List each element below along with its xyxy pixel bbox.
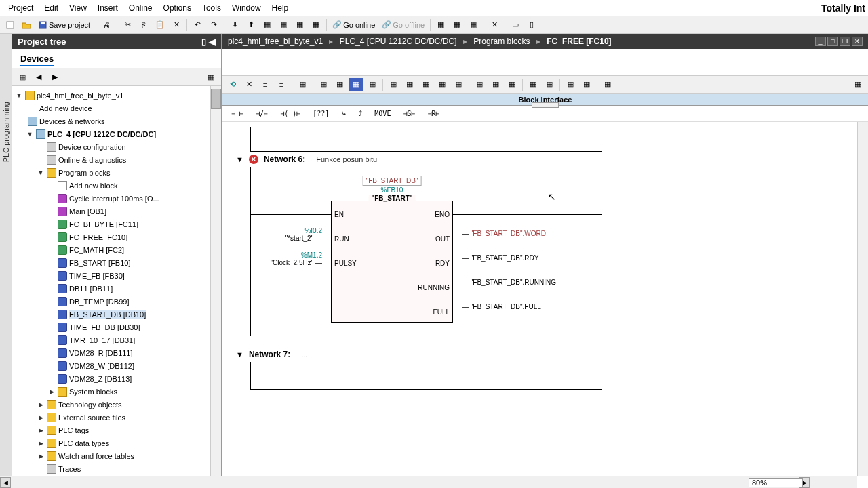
tool-icon-1[interactable]: ▦ (433, 18, 448, 32)
tree-root[interactable]: ▼ plc4_hmi_free_bi_byte_v1 (12, 89, 221, 102)
paste-icon[interactable]: 📋 (153, 18, 167, 32)
ladder-branch-open[interactable]: ⤷ (338, 108, 350, 119)
tree-pin-icon[interactable]: ◀ (209, 37, 216, 47)
pin-val[interactable]: "FB_START_DB".RUNNING (471, 279, 556, 286)
ed-tool-7[interactable]: ▦ (332, 78, 347, 92)
tree-add-device[interactable]: Add new device (12, 102, 221, 115)
go-online-button[interactable]: 🔗 Go online (330, 20, 378, 29)
editor-vscroll[interactable] (857, 122, 868, 476)
tree-block-3[interactable]: FC_FREE [FC10] (12, 230, 221, 243)
tree-traces[interactable]: Traces (12, 462, 221, 475)
open-project-icon[interactable] (19, 18, 34, 32)
stop-icon[interactable]: ▦ (309, 18, 323, 32)
toggle-icon[interactable]: ▶ (47, 388, 56, 396)
ed-tool-16[interactable]: ▦ (488, 78, 503, 92)
network-toggle[interactable]: ▼ (236, 155, 243, 163)
ed-tool-11[interactable]: ▦ (402, 78, 417, 92)
tree-block-6[interactable]: TIME_FB [FB30] (12, 269, 221, 282)
menu-online[interactable]: Online (123, 1, 158, 16)
menu-tools[interactable]: Tools (197, 1, 226, 16)
tree-device-config[interactable]: Device configuration (12, 140, 221, 153)
bc-block[interactable]: FC_FREE [FC10] (547, 37, 611, 46)
close-button[interactable]: ✕ (852, 37, 863, 46)
network-title[interactable]: Network 7: (249, 350, 290, 359)
tree-block-14[interactable]: VDM28_Z [DB113] (12, 372, 221, 385)
ed-tool-21[interactable]: ▦ (579, 78, 594, 92)
ed-tool-17[interactable]: ▦ (505, 78, 519, 92)
menu-project[interactable]: Project (3, 1, 39, 16)
close-conn-icon[interactable]: ✕ (487, 18, 502, 32)
tree-devices-networks[interactable]: Devices & networks (12, 115, 221, 127)
tool-icon-2[interactable]: ▦ (450, 18, 465, 32)
tree-tech-objects[interactable]: ▶ Technology objects (12, 398, 221, 411)
ed-tool-19[interactable]: ▦ (542, 78, 557, 92)
network-toggle[interactable]: ▼ (236, 350, 243, 359)
ed-tool-6[interactable]: ▦ (316, 78, 331, 92)
bc-folder[interactable]: Program blocks (473, 37, 530, 46)
tree-tool-1[interactable]: ▦ (15, 70, 30, 84)
tree-collapse-icon[interactable]: ▯ (201, 37, 206, 47)
ladder-coil[interactable]: ⊣( )⊢ (277, 108, 304, 119)
ladder-area-6[interactable]: "FB_START_DB" %FB10 "FB_START" EN ENO %I… (250, 167, 854, 336)
side-tab[interactable]: PLC programming (0, 34, 12, 488)
fb-instance-label[interactable]: "FB_START_DB" (363, 176, 422, 186)
ed-tool-5[interactable]: ▦ (295, 78, 310, 92)
toggle-icon[interactable]: ▼ (37, 169, 45, 177)
tree-plc-types[interactable]: ▶ PLC data types (12, 436, 221, 449)
toggle-icon[interactable]: ▼ (15, 92, 23, 100)
pin-tag[interactable]: "*start_2" (285, 235, 314, 242)
pin-val[interactable]: "FB_START_DB".FULL (471, 303, 541, 310)
upload-icon[interactable]: ⬆ (243, 18, 258, 32)
ed-tool-20[interactable]: ▦ (563, 78, 578, 92)
tree-block-5[interactable]: FB_START [FB10] (12, 256, 221, 269)
ed-tool-14[interactable]: ▦ (451, 78, 466, 92)
splitter-handle[interactable] (532, 102, 559, 108)
bc-plc[interactable]: PLC_4 [CPU 1212C DC/DC/DC] (340, 37, 457, 46)
toggle-icon[interactable]: ▶ (37, 439, 45, 447)
ed-tool-12[interactable]: ▦ (418, 78, 433, 92)
tree-ext-sources[interactable]: ▶ External source files (12, 411, 221, 424)
split-v-icon[interactable]: ▯ (524, 18, 539, 32)
ed-tool-15[interactable]: ▦ (472, 78, 487, 92)
ed-tool-1[interactable]: ⟲ (225, 78, 240, 92)
menu-window[interactable]: Window (226, 1, 267, 16)
restore-button[interactable]: ❐ (840, 37, 850, 46)
tree-plc-node[interactable]: ▼ PLC_4 [CPU 1212C DC/DC/DC] (12, 127, 221, 140)
tree-watch-tables[interactable]: ▶ Watch and force tables (12, 449, 221, 462)
ed-tool-4[interactable]: ≡ (274, 78, 289, 92)
tree-block-13[interactable]: VDM28_W [DB112] (12, 359, 221, 372)
ladder-nc-contact[interactable]: ⊣/⊢ (252, 108, 271, 119)
editor-hscroll[interactable]: ◀ ▶ (0, 476, 857, 488)
ed-tool-3[interactable]: ≡ (258, 78, 273, 92)
toggle-icon[interactable]: ▶ (37, 426, 45, 434)
tree-scrollbar[interactable] (210, 86, 221, 488)
menu-options[interactable]: Options (158, 1, 197, 16)
pin-val[interactable]: "FB_START_DB".RDY (471, 254, 539, 262)
tree-system-blocks[interactable]: ▶ System blocks (12, 385, 221, 398)
ed-tool-right[interactable]: ▦ (850, 78, 865, 92)
start-icon[interactable]: ▦ (292, 18, 307, 32)
menu-view[interactable]: View (64, 1, 92, 16)
tree-block-8[interactable]: DB_TEMP [DB99] (12, 295, 221, 308)
pin-tag[interactable]: "Clock_2.5Hz" (270, 259, 313, 266)
toggle-icon[interactable]: ▶ (37, 452, 45, 460)
ed-tool-18[interactable]: ▦ (526, 78, 540, 92)
menu-edit[interactable]: Edit (39, 1, 64, 16)
tree-nav-back[interactable]: ◀ (31, 70, 46, 84)
tree-nav-fwd[interactable]: ▶ (47, 70, 62, 84)
tree-block-11[interactable]: TMR_10_17 [DB31] (12, 333, 221, 346)
ed-tool-8[interactable]: ▦ (349, 78, 363, 92)
tree-program-blocks[interactable]: ▼ Program blocks (12, 166, 221, 179)
maximize-button[interactable]: □ (827, 37, 838, 46)
print-icon[interactable]: 🖨 (99, 18, 114, 32)
go-offline-button[interactable]: 🔗 Go offline (379, 20, 427, 29)
zoom-select[interactable] (749, 478, 803, 487)
network-comment[interactable]: Funkce posun bitu (316, 155, 377, 163)
compile-icon[interactable]: ▦ (260, 18, 275, 32)
network-comment[interactable]: ... (301, 350, 307, 359)
scroll-left-icon[interactable]: ◀ (0, 477, 11, 488)
ed-tool-22[interactable]: ▦ (600, 78, 615, 92)
menu-insert[interactable]: Insert (92, 1, 123, 16)
tree-block-9[interactable]: FB_START_DB [DB10] (12, 308, 221, 321)
network-title[interactable]: Network 6: (264, 155, 305, 164)
